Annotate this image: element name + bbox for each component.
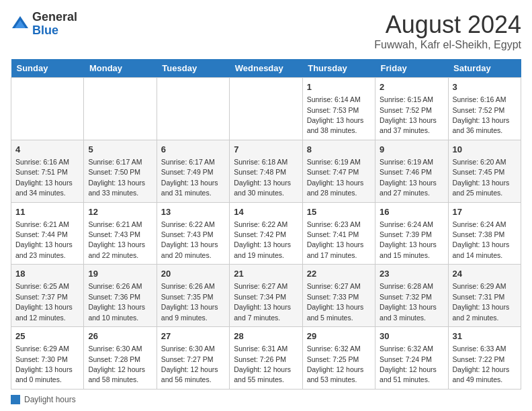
calendar-cell: 5Sunrise: 6:17 AM Sunset: 7:50 PM Daylig… [84,140,157,202]
calendar-cell: 27Sunrise: 6:30 AM Sunset: 7:27 PM Dayli… [157,327,229,390]
calendar-cell: 6Sunrise: 6:17 AM Sunset: 7:49 PM Daylig… [157,140,229,202]
day-info: Sunrise: 6:22 AM Sunset: 7:42 PM Dayligh… [234,220,291,259]
day-number: 29 [307,330,371,342]
day-header-wednesday: Wednesday [230,59,302,78]
calendar-cell [11,78,84,140]
day-header-tuesday: Tuesday [157,59,229,78]
calendar-cell: 9Sunrise: 6:19 AM Sunset: 7:46 PM Daylig… [375,140,448,202]
day-info: Sunrise: 6:23 AM Sunset: 7:41 PM Dayligh… [307,220,364,259]
main-title: August 2024 [374,11,521,39]
header-row: SundayMondayTuesdayWednesdayThursdayFrid… [11,59,521,78]
day-info: Sunrise: 6:17 AM Sunset: 7:50 PM Dayligh… [88,158,145,197]
header: General Blue August 2024 Fuwwah, Kafr el… [11,11,521,51]
day-number: 21 [234,268,298,280]
day-number: 1 [307,81,371,93]
day-info: Sunrise: 6:27 AM Sunset: 7:34 PM Dayligh… [234,282,291,321]
day-number: 2 [380,81,443,93]
day-info: Sunrise: 6:20 AM Sunset: 7:45 PM Dayligh… [453,158,510,197]
week-row-4: 18Sunrise: 6:25 AM Sunset: 7:37 PM Dayli… [11,265,521,327]
day-info: Sunrise: 6:26 AM Sunset: 7:35 PM Dayligh… [161,282,218,321]
day-info: Sunrise: 6:24 AM Sunset: 7:39 PM Dayligh… [380,220,437,259]
calendar-cell: 26Sunrise: 6:30 AM Sunset: 7:28 PM Dayli… [84,327,157,390]
logo-blue: Blue [32,24,58,37]
day-info: Sunrise: 6:30 AM Sunset: 7:27 PM Dayligh… [161,345,218,383]
day-number: 7 [234,144,298,156]
day-info: Sunrise: 6:16 AM Sunset: 7:52 PM Dayligh… [453,95,510,134]
day-number: 6 [161,144,225,156]
logo-general: General [32,10,77,24]
day-number: 15 [307,206,371,218]
day-info: Sunrise: 6:29 AM Sunset: 7:30 PM Dayligh… [15,345,73,383]
day-number: 24 [453,268,517,280]
logo-icon [11,15,30,34]
day-number: 14 [234,206,298,218]
calendar-cell: 21Sunrise: 6:27 AM Sunset: 7:34 PM Dayli… [230,265,302,327]
week-row-3: 11Sunrise: 6:21 AM Sunset: 7:44 PM Dayli… [11,202,521,265]
calendar-cell: 1Sunrise: 6:14 AM Sunset: 7:53 PM Daylig… [302,78,375,140]
day-info: Sunrise: 6:21 AM Sunset: 7:43 PM Dayligh… [88,220,145,259]
week-row-5: 25Sunrise: 6:29 AM Sunset: 7:30 PM Dayli… [11,327,521,390]
calendar-cell: 23Sunrise: 6:28 AM Sunset: 7:32 PM Dayli… [375,265,448,327]
day-number: 3 [453,81,517,93]
calendar-cell: 16Sunrise: 6:24 AM Sunset: 7:39 PM Dayli… [375,202,448,265]
day-number: 12 [88,206,152,218]
calendar-cell [230,78,302,140]
calendar-cell: 25Sunrise: 6:29 AM Sunset: 7:30 PM Dayli… [11,327,84,390]
day-info: Sunrise: 6:33 AM Sunset: 7:22 PM Dayligh… [453,345,510,383]
calendar-cell: 13Sunrise: 6:22 AM Sunset: 7:43 PM Dayli… [157,202,229,265]
calendar-cell: 7Sunrise: 6:18 AM Sunset: 7:48 PM Daylig… [230,140,302,202]
day-number: 10 [453,144,517,156]
calendar-cell: 14Sunrise: 6:22 AM Sunset: 7:42 PM Dayli… [230,202,302,265]
day-number: 16 [380,206,443,218]
footer: Daylight hours [11,395,521,404]
day-number: 11 [15,206,79,218]
day-header-sunday: Sunday [11,59,84,78]
day-number: 4 [15,144,79,156]
calendar-cell [157,78,229,140]
day-info: Sunrise: 6:32 AM Sunset: 7:24 PM Dayligh… [380,345,437,383]
day-number: 8 [307,144,371,156]
day-number: 27 [161,330,225,342]
logo: General Blue [11,11,77,38]
calendar-cell: 18Sunrise: 6:25 AM Sunset: 7:37 PM Dayli… [11,265,84,327]
calendar-cell: 31Sunrise: 6:33 AM Sunset: 7:22 PM Dayli… [448,327,521,390]
footer-label: Daylight hours [24,395,76,404]
calendar-cell: 2Sunrise: 6:15 AM Sunset: 7:52 PM Daylig… [375,78,448,140]
day-header-thursday: Thursday [302,59,375,78]
day-number: 9 [380,144,443,156]
day-number: 20 [161,268,225,280]
calendar-cell: 28Sunrise: 6:31 AM Sunset: 7:26 PM Dayli… [230,327,302,390]
calendar-cell: 15Sunrise: 6:23 AM Sunset: 7:41 PM Dayli… [302,202,375,265]
day-info: Sunrise: 6:14 AM Sunset: 7:53 PM Dayligh… [307,95,364,134]
day-number: 17 [453,206,517,218]
calendar-cell: 24Sunrise: 6:29 AM Sunset: 7:31 PM Dayli… [448,265,521,327]
day-info: Sunrise: 6:30 AM Sunset: 7:28 PM Dayligh… [88,345,145,383]
calendar-table: SundayMondayTuesdayWednesdayThursdayFrid… [11,59,521,390]
calendar-cell [84,78,157,140]
calendar-cell: 4Sunrise: 6:16 AM Sunset: 7:51 PM Daylig… [11,140,84,202]
footer-dot [11,395,20,404]
week-row-1: 1Sunrise: 6:14 AM Sunset: 7:53 PM Daylig… [11,78,521,140]
calendar-cell: 29Sunrise: 6:32 AM Sunset: 7:25 PM Dayli… [302,327,375,390]
day-number: 18 [15,268,79,280]
day-info: Sunrise: 6:15 AM Sunset: 7:52 PM Dayligh… [380,95,437,134]
day-info: Sunrise: 6:19 AM Sunset: 7:47 PM Dayligh… [307,158,364,197]
day-info: Sunrise: 6:29 AM Sunset: 7:31 PM Dayligh… [453,282,510,321]
day-info: Sunrise: 6:25 AM Sunset: 7:37 PM Dayligh… [15,282,73,321]
calendar-cell: 22Sunrise: 6:27 AM Sunset: 7:33 PM Dayli… [302,265,375,327]
day-info: Sunrise: 6:26 AM Sunset: 7:36 PM Dayligh… [88,282,145,321]
calendar-cell: 8Sunrise: 6:19 AM Sunset: 7:47 PM Daylig… [302,140,375,202]
day-number: 26 [88,330,152,342]
day-info: Sunrise: 6:28 AM Sunset: 7:32 PM Dayligh… [380,282,437,321]
day-info: Sunrise: 6:16 AM Sunset: 7:51 PM Dayligh… [15,158,73,197]
day-info: Sunrise: 6:21 AM Sunset: 7:44 PM Dayligh… [15,220,73,259]
day-number: 31 [453,330,517,342]
day-info: Sunrise: 6:17 AM Sunset: 7:49 PM Dayligh… [161,158,218,197]
day-info: Sunrise: 6:24 AM Sunset: 7:38 PM Dayligh… [453,220,510,259]
day-header-monday: Monday [84,59,157,78]
week-row-2: 4Sunrise: 6:16 AM Sunset: 7:51 PM Daylig… [11,140,521,202]
calendar-cell: 30Sunrise: 6:32 AM Sunset: 7:24 PM Dayli… [375,327,448,390]
calendar-cell: 11Sunrise: 6:21 AM Sunset: 7:44 PM Dayli… [11,202,84,265]
day-header-saturday: Saturday [448,59,521,78]
day-number: 13 [161,206,225,218]
